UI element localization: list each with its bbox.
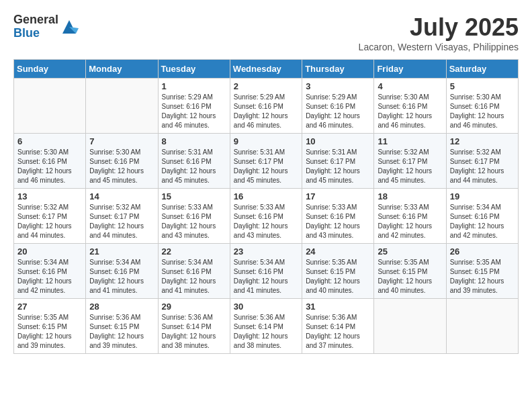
calendar-day-header: Friday: [374, 60, 446, 79]
day-number: 4: [378, 81, 442, 91]
calendar-week-row: 27Sunrise: 5:35 AM Sunset: 6:15 PM Dayli…: [14, 299, 519, 354]
day-info: Sunrise: 5:34 AM Sunset: 6:16 PM Dayligh…: [17, 258, 82, 295]
day-number: 16: [234, 191, 298, 201]
day-number: 23: [234, 246, 298, 257]
day-info: Sunrise: 5:31 AM Sunset: 6:17 PM Dayligh…: [306, 148, 370, 185]
day-number: 3: [306, 81, 370, 91]
logo: General Blue: [13, 13, 79, 40]
calendar-cell: 19Sunrise: 5:34 AM Sunset: 6:16 PM Dayli…: [446, 189, 518, 244]
day-info: Sunrise: 5:36 AM Sunset: 6:14 PM Dayligh…: [162, 313, 226, 351]
day-info: Sunrise: 5:35 AM Sunset: 6:15 PM Dayligh…: [450, 258, 515, 295]
day-number: 27: [17, 302, 82, 312]
calendar-cell: 20Sunrise: 5:34 AM Sunset: 6:16 PM Dayli…: [14, 244, 86, 299]
day-info: Sunrise: 5:34 AM Sunset: 6:16 PM Dayligh…: [234, 258, 298, 295]
day-number: 10: [306, 136, 370, 146]
calendar-cell: 31Sunrise: 5:36 AM Sunset: 6:14 PM Dayli…: [302, 299, 374, 354]
calendar-cell: 10Sunrise: 5:31 AM Sunset: 6:17 PM Dayli…: [302, 134, 374, 189]
calendar-cell: 24Sunrise: 5:35 AM Sunset: 6:15 PM Dayli…: [302, 244, 374, 299]
calendar-cell: 29Sunrise: 5:36 AM Sunset: 6:14 PM Dayli…: [158, 299, 230, 354]
calendar-week-row: 13Sunrise: 5:32 AM Sunset: 6:17 PM Dayli…: [14, 189, 519, 244]
calendar-day-header: Saturday: [446, 60, 518, 79]
day-number: 17: [306, 191, 370, 201]
day-info: Sunrise: 5:33 AM Sunset: 6:16 PM Dayligh…: [234, 203, 298, 240]
day-number: 25: [378, 246, 442, 257]
calendar-cell: 21Sunrise: 5:34 AM Sunset: 6:16 PM Dayli…: [86, 244, 158, 299]
subtitle: Lacaron, Western Visayas, Philippines: [359, 42, 519, 52]
calendar-cell: 3Sunrise: 5:29 AM Sunset: 6:16 PM Daylig…: [302, 79, 374, 134]
calendar-table: SundayMondayTuesdayWednesdayThursdayFrid…: [13, 59, 519, 354]
calendar-day-header: Monday: [86, 60, 158, 79]
day-number: 1: [162, 81, 226, 91]
day-info: Sunrise: 5:32 AM Sunset: 6:17 PM Dayligh…: [378, 148, 442, 185]
calendar-cell: 30Sunrise: 5:36 AM Sunset: 6:14 PM Dayli…: [230, 299, 302, 354]
day-number: 13: [17, 191, 82, 201]
calendar-cell: 7Sunrise: 5:30 AM Sunset: 6:16 PM Daylig…: [86, 134, 158, 189]
logo-icon: [60, 17, 79, 36]
day-info: Sunrise: 5:32 AM Sunset: 6:17 PM Dayligh…: [17, 203, 82, 240]
calendar-cell: 28Sunrise: 5:36 AM Sunset: 6:15 PM Dayli…: [86, 299, 158, 354]
calendar-cell: 17Sunrise: 5:33 AM Sunset: 6:16 PM Dayli…: [302, 189, 374, 244]
calendar-cell: 4Sunrise: 5:30 AM Sunset: 6:16 PM Daylig…: [374, 79, 446, 134]
logo-general-text: General: [13, 13, 58, 26]
calendar-cell: 2Sunrise: 5:29 AM Sunset: 6:16 PM Daylig…: [230, 79, 302, 134]
calendar-day-header: Sunday: [14, 60, 86, 79]
day-info: Sunrise: 5:33 AM Sunset: 6:16 PM Dayligh…: [162, 203, 226, 240]
day-info: Sunrise: 5:33 AM Sunset: 6:16 PM Dayligh…: [378, 203, 442, 240]
day-info: Sunrise: 5:35 AM Sunset: 6:15 PM Dayligh…: [306, 258, 370, 295]
calendar-week-row: 20Sunrise: 5:34 AM Sunset: 6:16 PM Dayli…: [14, 244, 519, 299]
calendar-cell: 25Sunrise: 5:35 AM Sunset: 6:15 PM Dayli…: [374, 244, 446, 299]
calendar-cell: [86, 79, 158, 134]
day-number: 18: [378, 191, 442, 201]
day-info: Sunrise: 5:35 AM Sunset: 6:15 PM Dayligh…: [17, 313, 82, 351]
day-number: 15: [162, 191, 226, 201]
day-number: 20: [17, 246, 82, 257]
day-info: Sunrise: 5:31 AM Sunset: 6:17 PM Dayligh…: [234, 148, 298, 185]
page-header: General Blue July 2025 Lacaron, Western …: [13, 13, 519, 52]
day-info: Sunrise: 5:32 AM Sunset: 6:17 PM Dayligh…: [89, 203, 154, 240]
day-info: Sunrise: 5:29 AM Sunset: 6:16 PM Dayligh…: [162, 93, 226, 130]
day-info: Sunrise: 5:31 AM Sunset: 6:16 PM Dayligh…: [162, 148, 226, 185]
day-info: Sunrise: 5:30 AM Sunset: 6:16 PM Dayligh…: [450, 93, 515, 130]
calendar-cell: 6Sunrise: 5:30 AM Sunset: 6:16 PM Daylig…: [14, 134, 86, 189]
calendar-day-header: Wednesday: [230, 60, 302, 79]
calendar-cell: 18Sunrise: 5:33 AM Sunset: 6:16 PM Dayli…: [374, 189, 446, 244]
day-number: 19: [450, 191, 515, 201]
day-number: 14: [89, 191, 154, 201]
day-number: 30: [234, 302, 298, 312]
day-info: Sunrise: 5:36 AM Sunset: 6:14 PM Dayligh…: [234, 313, 298, 351]
day-number: 7: [89, 136, 154, 146]
calendar-cell: 1Sunrise: 5:29 AM Sunset: 6:16 PM Daylig…: [158, 79, 230, 134]
calendar-cell: 8Sunrise: 5:31 AM Sunset: 6:16 PM Daylig…: [158, 134, 230, 189]
day-info: Sunrise: 5:36 AM Sunset: 6:15 PM Dayligh…: [89, 313, 154, 351]
day-number: 21: [89, 246, 154, 257]
day-info: Sunrise: 5:30 AM Sunset: 6:16 PM Dayligh…: [89, 148, 154, 185]
day-number: 29: [162, 302, 226, 312]
calendar-cell: 9Sunrise: 5:31 AM Sunset: 6:17 PM Daylig…: [230, 134, 302, 189]
day-number: 12: [450, 136, 515, 146]
day-number: 26: [450, 246, 515, 257]
day-number: 28: [89, 302, 154, 312]
title-block: July 2025 Lacaron, Western Visayas, Phil…: [359, 13, 519, 52]
day-number: 24: [306, 246, 370, 257]
day-info: Sunrise: 5:34 AM Sunset: 6:16 PM Dayligh…: [450, 203, 515, 240]
day-number: 22: [162, 246, 226, 257]
calendar-day-header: Thursday: [302, 60, 374, 79]
day-info: Sunrise: 5:35 AM Sunset: 6:15 PM Dayligh…: [378, 258, 442, 295]
calendar-cell: 11Sunrise: 5:32 AM Sunset: 6:17 PM Dayli…: [374, 134, 446, 189]
calendar-cell: 5Sunrise: 5:30 AM Sunset: 6:16 PM Daylig…: [446, 79, 518, 134]
calendar-cell: 22Sunrise: 5:34 AM Sunset: 6:16 PM Dayli…: [158, 244, 230, 299]
day-info: Sunrise: 5:34 AM Sunset: 6:16 PM Dayligh…: [162, 258, 226, 295]
day-number: 11: [378, 136, 442, 146]
day-number: 8: [162, 136, 226, 146]
calendar-header-row: SundayMondayTuesdayWednesdayThursdayFrid…: [14, 60, 519, 79]
calendar-cell: 16Sunrise: 5:33 AM Sunset: 6:16 PM Dayli…: [230, 189, 302, 244]
month-title: July 2025: [359, 13, 519, 42]
calendar-cell: 26Sunrise: 5:35 AM Sunset: 6:15 PM Dayli…: [446, 244, 518, 299]
calendar-cell: 15Sunrise: 5:33 AM Sunset: 6:16 PM Dayli…: [158, 189, 230, 244]
day-number: 5: [450, 81, 515, 91]
calendar-cell: 12Sunrise: 5:32 AM Sunset: 6:17 PM Dayli…: [446, 134, 518, 189]
calendar-cell: 14Sunrise: 5:32 AM Sunset: 6:17 PM Dayli…: [86, 189, 158, 244]
day-info: Sunrise: 5:33 AM Sunset: 6:16 PM Dayligh…: [306, 203, 370, 240]
calendar-cell: 23Sunrise: 5:34 AM Sunset: 6:16 PM Dayli…: [230, 244, 302, 299]
day-info: Sunrise: 5:36 AM Sunset: 6:14 PM Dayligh…: [306, 313, 370, 351]
